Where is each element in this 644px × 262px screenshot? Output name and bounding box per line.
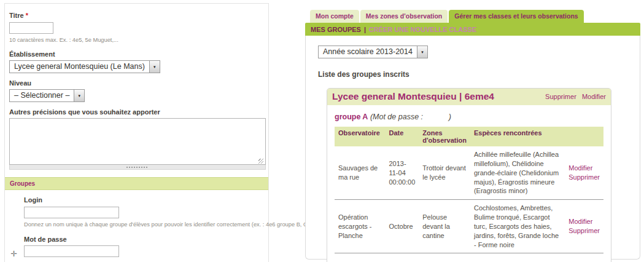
row-delete-link[interactable]: Supprimer	[568, 173, 600, 182]
class-edit-link[interactable]: Modifier	[582, 93, 606, 100]
autres-precisions-textarea[interactable]	[9, 118, 266, 165]
current-section-label: MES GROUPES	[311, 26, 361, 33]
group-a-password-note: (Mot de passe : )	[370, 113, 451, 121]
titre-hint: 10 caractères max. Ex. : 4e5, 5e Muguet,…	[9, 36, 265, 45]
col-actions	[565, 127, 603, 146]
dropdown-arrow-icon[interactable]: ▾	[417, 46, 427, 58]
table-row: Sauvages de ma rue 2013-11-04 00:00:00 T…	[335, 146, 603, 200]
cell-zone: Pelouse devant la cantine	[419, 200, 470, 253]
col-date: Date	[385, 127, 419, 146]
panel-body: Année scolaire 2013-2014 ▾ Liste des gro…	[305, 36, 640, 260]
class-card: Lycee general Montesquieu | 6eme4 Suppri…	[327, 88, 611, 262]
required-asterisk: *	[26, 12, 28, 19]
table-header-row: Observatoire Date Zones d'observation Es…	[335, 127, 603, 146]
group-a-observations-table: Observatoire Date Zones d'observation Es…	[335, 127, 603, 253]
group-a-heading: groupe A (Mot de passe : )	[335, 113, 603, 121]
col-zones: Zones d'observation	[419, 127, 470, 146]
password-input[interactable]	[24, 245, 119, 257]
titre-input[interactable]	[9, 22, 53, 34]
class-card-body: groupe A (Mot de passe : ) Observatoire …	[327, 105, 611, 262]
dropdown-arrow-icon[interactable]: ▾	[74, 90, 84, 101]
group-a-name: groupe A	[335, 113, 368, 121]
cell-date: 2013-11-04 00:00:00	[385, 146, 419, 200]
class-card-title: Lycee general Montesquieu | 6eme4	[332, 91, 494, 102]
login-input[interactable]	[24, 207, 119, 218]
etablissement-label: Établissement	[9, 50, 265, 58]
cell-especes: Achillée millefeuille (Achillea millefol…	[470, 146, 565, 200]
login-label: Login	[24, 196, 265, 204]
cell-observatoire: Opération escargots - Planche	[335, 200, 385, 253]
login-hint: Donnez un nom unique à chaque groupe d'é…	[24, 221, 265, 229]
niveau-select-value: – Sélectionner –	[10, 90, 74, 101]
col-observatoire: Observatoire	[335, 127, 385, 146]
table-row: Opération escargots - Planche Octobre Pe…	[335, 200, 603, 253]
school-year-select[interactable]: Année scolaire 2013-2014 ▾	[318, 46, 428, 58]
niveau-select[interactable]: – Sélectionner – ▾	[9, 89, 85, 102]
textarea-grippie-handle[interactable]	[9, 165, 266, 170]
col-especes: Espèces rencontrées	[470, 127, 565, 146]
tab-gerer-mes-classes[interactable]: Gérer mes classes et leurs observations	[449, 10, 583, 23]
tab-mes-zones-observation[interactable]: Mes zones d'observation	[360, 10, 448, 23]
classes-management-panel: Mon compte Mes zones d'observation Gérer…	[305, 9, 640, 260]
move-icon[interactable]: ✛	[10, 249, 17, 258]
password-label: Mot de passe	[24, 236, 265, 243]
dropdown-arrow-icon[interactable]: ▾	[149, 61, 160, 73]
tab-mon-compte[interactable]: Mon compte	[310, 10, 359, 23]
groupes-section-header: Groupes	[5, 177, 268, 190]
toolbar-separator: |	[364, 26, 366, 33]
class-edit-form: Titre * 10 caractères max. Ex. : 4e5, 5e…	[4, 3, 269, 262]
cell-actions: Modifier Supprimer	[565, 200, 603, 253]
cell-especes: Cochlostomes, Ambrettes, Bulime tronqué,…	[470, 200, 565, 253]
row-edit-link[interactable]: Modifier	[568, 217, 592, 226]
titre-label: Titre *	[9, 12, 265, 19]
niveau-label: Niveau	[9, 79, 265, 87]
section-toolbar: MES GROUPES | CRÉER UNE NOUVELLE CLASSE	[305, 23, 640, 36]
create-new-class-link[interactable]: CRÉER UNE NOUVELLE CLASSE	[369, 26, 476, 33]
autres-precisions-label: Autres précisions que vous souhaitez app…	[9, 108, 265, 116]
tab-bar: Mon compte Mes zones d'observation Gérer…	[310, 9, 640, 23]
row-edit-link[interactable]: Modifier	[568, 164, 592, 173]
row-delete-link[interactable]: Supprimer	[568, 226, 600, 236]
group-row: ✛ Login Donnez un nom unique à chaque gr…	[24, 196, 265, 262]
cell-observatoire: Sauvages de ma rue	[335, 146, 385, 200]
cell-date: Octobre	[385, 200, 419, 253]
resize-corner-icon[interactable]	[258, 159, 263, 164]
class-card-header: Lycee general Montesquieu | 6eme4 Suppri…	[327, 89, 611, 105]
school-year-value: Année scolaire 2013-2014	[319, 46, 417, 58]
class-delete-link[interactable]: Supprimer	[545, 93, 576, 100]
cell-zone: Trottoir devant le lycée	[419, 146, 470, 200]
cell-actions: Modifier Supprimer	[565, 146, 603, 200]
etablissement-select[interactable]: Lycee general Montesquieu (Le Mans) ▾	[9, 60, 160, 73]
etablissement-select-value: Lycee general Montesquieu (Le Mans)	[10, 61, 149, 73]
groups-list-title: Liste des groupes inscrits	[318, 70, 640, 79]
titre-label-text: Titre	[9, 12, 24, 19]
